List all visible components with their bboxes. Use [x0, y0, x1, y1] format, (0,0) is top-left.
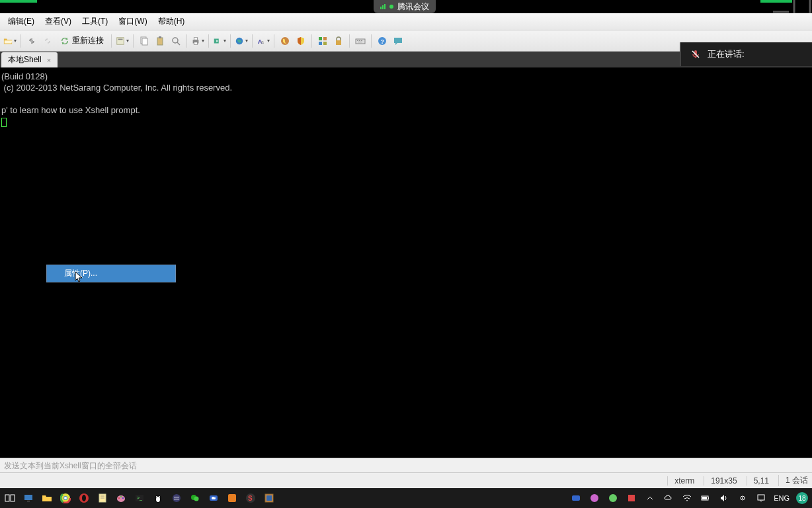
- link-button[interactable]: [24, 34, 39, 48]
- svg-rect-18: [319, 37, 322, 40]
- svg-point-8: [173, 38, 178, 43]
- taskbar-app-wechat[interactable]: [189, 492, 201, 504]
- separator: [349, 34, 350, 48]
- menu-bar: 编辑(E) 查看(V) 工具(T) 窗口(W) 帮助(H): [0, 13, 812, 30]
- broadcast-input[interactable]: 发送文本到当前Xshell窗口的全部会话: [0, 458, 812, 472]
- lock-button[interactable]: [331, 34, 346, 48]
- unlink-button[interactable]: [40, 34, 55, 48]
- separator: [208, 34, 209, 48]
- svg-rect-20: [319, 42, 322, 45]
- print-button[interactable]: [190, 34, 205, 48]
- separator: [111, 34, 112, 48]
- tab-local-shell[interactable]: 本地Shell ×: [1, 52, 58, 67]
- find-button[interactable]: [169, 34, 183, 48]
- taskbar-app-vm[interactable]: [263, 492, 275, 504]
- taskbar-app-opera[interactable]: [78, 492, 90, 504]
- tray-clock[interactable]: 18: [796, 492, 808, 504]
- svg-rect-11: [194, 37, 197, 40]
- accent-bar-left: [0, 0, 37, 3]
- svg-rect-25: [359, 40, 360, 41]
- open-button[interactable]: [3, 34, 17, 48]
- svg-point-39: [64, 497, 67, 499]
- taskbar-app-chrome[interactable]: [60, 492, 71, 504]
- tray-location-icon[interactable]: [737, 492, 749, 504]
- font-button[interactable]: Aa: [256, 34, 270, 48]
- properties-button[interactable]: [115, 34, 130, 48]
- tray-volume-icon[interactable]: [718, 492, 730, 504]
- svg-rect-6: [157, 38, 163, 45]
- tray-wifi-icon[interactable]: [681, 492, 693, 504]
- svg-point-72: [742, 497, 743, 499]
- svg-rect-5: [142, 38, 147, 45]
- taskbar-app-terminal[interactable]: >_: [134, 492, 145, 504]
- svg-point-46: [118, 497, 120, 499]
- taskbar-app-paint[interactable]: [115, 492, 127, 504]
- taskbar-app-cloud[interactable]: [208, 492, 220, 504]
- status-dot-icon: [389, 5, 393, 9]
- svg-rect-2: [117, 37, 124, 44]
- svg-line-9: [177, 42, 180, 45]
- svg-rect-26: [361, 40, 362, 41]
- tray-cloud-icon[interactable]: [663, 492, 674, 504]
- window-controls: [771, 0, 812, 12]
- tray-notification-icon[interactable]: [755, 492, 767, 504]
- svg-point-57: [194, 497, 199, 501]
- svg-point-52: [156, 497, 160, 502]
- menu-window[interactable]: 窗口(W): [113, 14, 152, 29]
- tray-app-4[interactable]: [626, 492, 637, 504]
- taskbar-app-eclipse[interactable]: [171, 492, 183, 504]
- svg-text:a: a: [261, 39, 264, 44]
- context-menu: 属性(P)...: [46, 265, 176, 282]
- broadcast-placeholder: 发送文本到当前Xshell窗口的全部会话: [4, 461, 137, 470]
- minimize-button[interactable]: [771, 0, 791, 12]
- svg-rect-63: [266, 495, 272, 501]
- script-button[interactable]: [278, 34, 292, 48]
- svg-point-66: [609, 494, 617, 502]
- svg-rect-64: [572, 495, 580, 501]
- tray-app-2[interactable]: [589, 492, 600, 504]
- terminal-output[interactable]: (Build 0128) (c) 2002-2013 NetSarang Com…: [0, 67, 812, 458]
- tile-button[interactable]: [315, 34, 330, 48]
- transfer-button[interactable]: [212, 34, 227, 48]
- separator: [274, 34, 274, 48]
- meeting-notification[interactable]: 腾讯会议: [374, 0, 436, 13]
- status-bar: xterm 191x35 5,11 1 会话: [0, 472, 812, 488]
- chat-button[interactable]: [391, 34, 405, 48]
- maximize-button[interactable]: [792, 0, 812, 12]
- svg-rect-32: [11, 495, 15, 501]
- svg-rect-73: [758, 495, 764, 500]
- taskbar-app-orange[interactable]: [226, 492, 238, 504]
- tray-app-1[interactable]: [570, 492, 582, 504]
- taskbar-app-penguin[interactable]: [152, 492, 164, 504]
- keyboard-button[interactable]: [353, 34, 368, 48]
- taskbar-app-explorer[interactable]: [41, 492, 53, 504]
- reconnect-button[interactable]: 重新连接: [56, 34, 108, 48]
- globe-button[interactable]: [234, 34, 249, 48]
- taskbar-app-notes[interactable]: [97, 492, 108, 504]
- menu-edit[interactable]: 编辑(E): [3, 14, 40, 29]
- help-button[interactable]: ?: [375, 34, 389, 48]
- tray-battery-icon[interactable]: [700, 492, 711, 504]
- tab-label: 本地Shell: [8, 54, 42, 65]
- taskbar-app-desktop[interactable]: [22, 492, 34, 504]
- terminal-line: (Build 0128): [1, 71, 48, 81]
- tray-app-3[interactable]: [607, 492, 619, 504]
- tab-close-icon[interactable]: ×: [47, 56, 51, 64]
- taskbar-app-xshell[interactable]: S: [245, 492, 257, 504]
- speaking-indicator[interactable]: 正在讲话:: [680, 42, 812, 66]
- svg-point-47: [120, 496, 122, 497]
- meeting-label: 腾讯会议: [397, 1, 429, 13]
- menu-help[interactable]: 帮助(H): [153, 14, 190, 29]
- menu-tools[interactable]: 工具(T): [77, 14, 113, 29]
- svg-point-65: [590, 494, 598, 502]
- shield-button[interactable]: [294, 34, 308, 48]
- context-menu-properties[interactable]: 属性(P)...: [47, 265, 175, 282]
- task-view-icon[interactable]: [4, 492, 16, 504]
- menu-view[interactable]: 查看(V): [40, 14, 77, 29]
- tray-chevron-icon[interactable]: [644, 492, 656, 504]
- tray-language[interactable]: ENG: [774, 494, 790, 502]
- status-term: xterm: [667, 476, 694, 486]
- refresh-icon: [60, 36, 69, 46]
- copy-button[interactable]: [137, 34, 151, 48]
- paste-button[interactable]: [153, 34, 167, 48]
